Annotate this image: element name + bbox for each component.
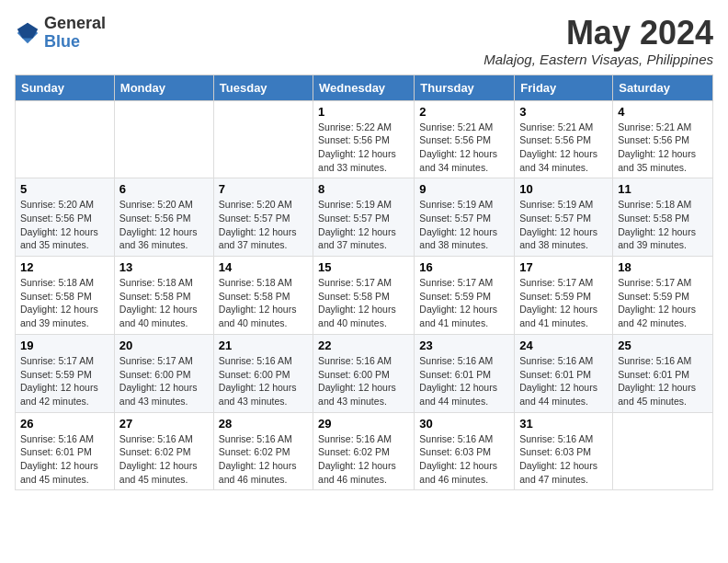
logo-blue: Blue <box>44 33 106 52</box>
day-info: Sunrise: 5:16 AM Sunset: 6:01 PM Dayligh… <box>618 354 708 408</box>
header-day-monday: Monday <box>114 75 213 100</box>
calendar-cell: 26Sunrise: 5:16 AM Sunset: 6:01 PM Dayli… <box>16 412 115 490</box>
day-number: 30 <box>419 417 509 431</box>
day-info: Sunrise: 5:17 AM Sunset: 5:58 PM Dayligh… <box>318 276 409 330</box>
day-number: 1 <box>318 105 409 119</box>
day-info: Sunrise: 5:18 AM Sunset: 5:58 PM Dayligh… <box>119 276 209 330</box>
page-header: General Blue May 2024 Malajog, Eastern V… <box>15 15 713 67</box>
day-number: 9 <box>419 182 509 196</box>
header-day-tuesday: Tuesday <box>213 75 313 100</box>
day-number: 25 <box>618 339 708 352</box>
calendar-cell: 28Sunrise: 5:16 AM Sunset: 6:02 PM Dayli… <box>213 412 313 490</box>
calendar-table: SundayMondayTuesdayWednesdayThursdayFrid… <box>15 75 713 491</box>
calendar-cell: 8Sunrise: 5:19 AM Sunset: 5:57 PM Daylig… <box>313 178 415 257</box>
day-info: Sunrise: 5:16 AM Sunset: 6:02 PM Dayligh… <box>119 432 209 487</box>
calendar-cell: 10Sunrise: 5:19 AM Sunset: 5:57 PM Dayli… <box>515 178 613 257</box>
day-number: 31 <box>519 417 608 431</box>
day-info: Sunrise: 5:19 AM Sunset: 5:57 PM Dayligh… <box>318 198 409 252</box>
day-info: Sunrise: 5:19 AM Sunset: 5:57 PM Dayligh… <box>419 198 509 252</box>
day-number: 29 <box>318 417 409 431</box>
day-info: Sunrise: 5:19 AM Sunset: 5:57 PM Dayligh… <box>519 198 608 252</box>
header-day-sunday: Sunday <box>16 75 115 100</box>
day-number: 27 <box>119 417 209 431</box>
calendar-cell: 7Sunrise: 5:20 AM Sunset: 5:57 PM Daylig… <box>213 178 313 257</box>
calendar-cell <box>16 100 115 178</box>
day-number: 13 <box>119 260 209 274</box>
day-info: Sunrise: 5:22 AM Sunset: 5:56 PM Dayligh… <box>318 121 409 175</box>
calendar-cell: 21Sunrise: 5:16 AM Sunset: 6:00 PM Dayli… <box>213 334 313 412</box>
day-number: 15 <box>318 260 409 274</box>
day-number: 24 <box>519 339 608 352</box>
day-info: Sunrise: 5:18 AM Sunset: 5:58 PM Dayligh… <box>20 276 109 330</box>
day-info: Sunrise: 5:18 AM Sunset: 5:58 PM Dayligh… <box>618 198 708 252</box>
day-info: Sunrise: 5:17 AM Sunset: 5:59 PM Dayligh… <box>519 276 608 330</box>
day-number: 19 <box>20 339 109 352</box>
calendar-cell: 3Sunrise: 5:21 AM Sunset: 5:56 PM Daylig… <box>515 100 613 178</box>
day-number: 11 <box>618 182 708 196</box>
day-info: Sunrise: 5:16 AM Sunset: 6:00 PM Dayligh… <box>219 354 308 408</box>
calendar-cell: 25Sunrise: 5:16 AM Sunset: 6:01 PM Dayli… <box>613 334 713 412</box>
calendar-cell: 24Sunrise: 5:16 AM Sunset: 6:01 PM Dayli… <box>515 334 613 412</box>
calendar-cell: 29Sunrise: 5:16 AM Sunset: 6:02 PM Dayli… <box>313 412 415 490</box>
calendar-cell: 19Sunrise: 5:17 AM Sunset: 5:59 PM Dayli… <box>16 334 115 412</box>
header-row: SundayMondayTuesdayWednesdayThursdayFrid… <box>16 75 713 100</box>
day-number: 10 <box>519 182 608 196</box>
week-row-4: 19Sunrise: 5:17 AM Sunset: 5:59 PM Dayli… <box>16 334 713 412</box>
day-number: 16 <box>419 260 509 274</box>
calendar-cell: 30Sunrise: 5:16 AM Sunset: 6:03 PM Dayli… <box>415 412 515 490</box>
week-row-1: 1Sunrise: 5:22 AM Sunset: 5:56 PM Daylig… <box>16 100 713 178</box>
day-info: Sunrise: 5:16 AM Sunset: 6:02 PM Dayligh… <box>219 432 308 487</box>
day-number: 6 <box>119 182 209 196</box>
calendar-cell: 31Sunrise: 5:16 AM Sunset: 6:03 PM Dayli… <box>515 412 613 490</box>
day-number: 2 <box>419 105 509 119</box>
calendar-cell <box>613 412 713 490</box>
header-day-friday: Friday <box>515 75 613 100</box>
logo-text: General Blue <box>44 15 106 52</box>
month-title: May 2024 <box>483 15 713 52</box>
day-number: 26 <box>20 417 109 431</box>
calendar-cell: 17Sunrise: 5:17 AM Sunset: 5:59 PM Dayli… <box>515 257 613 335</box>
calendar-cell: 16Sunrise: 5:17 AM Sunset: 5:59 PM Dayli… <box>415 257 515 335</box>
day-info: Sunrise: 5:16 AM Sunset: 6:01 PM Dayligh… <box>519 354 608 408</box>
calendar-cell: 20Sunrise: 5:17 AM Sunset: 6:00 PM Dayli… <box>114 334 213 412</box>
day-info: Sunrise: 5:16 AM Sunset: 6:03 PM Dayligh… <box>519 432 608 487</box>
day-info: Sunrise: 5:17 AM Sunset: 5:59 PM Dayligh… <box>20 354 109 408</box>
day-info: Sunrise: 5:18 AM Sunset: 5:58 PM Dayligh… <box>219 276 308 330</box>
day-info: Sunrise: 5:21 AM Sunset: 5:56 PM Dayligh… <box>618 121 708 175</box>
day-info: Sunrise: 5:20 AM Sunset: 5:56 PM Dayligh… <box>20 198 109 252</box>
day-number: 4 <box>618 105 708 119</box>
logo-general: General <box>44 15 106 33</box>
day-number: 22 <box>318 339 409 352</box>
calendar-cell: 14Sunrise: 5:18 AM Sunset: 5:58 PM Dayli… <box>213 257 313 335</box>
calendar-cell: 9Sunrise: 5:19 AM Sunset: 5:57 PM Daylig… <box>415 178 515 257</box>
calendar-cell: 12Sunrise: 5:18 AM Sunset: 5:58 PM Dayli… <box>16 257 115 335</box>
calendar-cell: 1Sunrise: 5:22 AM Sunset: 5:56 PM Daylig… <box>313 100 415 178</box>
logo-icon <box>15 20 40 46</box>
week-row-2: 5Sunrise: 5:20 AM Sunset: 5:56 PM Daylig… <box>16 178 713 257</box>
day-info: Sunrise: 5:17 AM Sunset: 6:00 PM Dayligh… <box>119 354 209 408</box>
day-info: Sunrise: 5:20 AM Sunset: 5:56 PM Dayligh… <box>119 198 209 252</box>
day-number: 14 <box>219 260 308 274</box>
day-number: 21 <box>219 339 308 352</box>
day-number: 23 <box>419 339 509 352</box>
calendar-header: SundayMondayTuesdayWednesdayThursdayFrid… <box>16 75 713 100</box>
day-number: 7 <box>219 182 308 196</box>
header-day-thursday: Thursday <box>415 75 515 100</box>
calendar-cell: 4Sunrise: 5:21 AM Sunset: 5:56 PM Daylig… <box>613 100 713 178</box>
day-info: Sunrise: 5:21 AM Sunset: 5:56 PM Dayligh… <box>519 121 608 175</box>
day-number: 18 <box>618 260 708 274</box>
day-info: Sunrise: 5:16 AM Sunset: 6:01 PM Dayligh… <box>20 432 109 487</box>
day-info: Sunrise: 5:16 AM Sunset: 6:01 PM Dayligh… <box>419 354 509 408</box>
title-block: May 2024 Malajog, Eastern Visayas, Phili… <box>483 15 713 67</box>
day-info: Sunrise: 5:20 AM Sunset: 5:57 PM Dayligh… <box>219 198 308 252</box>
calendar-cell <box>114 100 213 178</box>
day-info: Sunrise: 5:17 AM Sunset: 5:59 PM Dayligh… <box>419 276 509 330</box>
location: Malajog, Eastern Visayas, Philippines <box>483 52 713 67</box>
day-number: 20 <box>119 339 209 352</box>
header-day-saturday: Saturday <box>613 75 713 100</box>
calendar-cell: 15Sunrise: 5:17 AM Sunset: 5:58 PM Dayli… <box>313 257 415 335</box>
day-number: 5 <box>20 182 109 196</box>
day-info: Sunrise: 5:16 AM Sunset: 6:03 PM Dayligh… <box>419 432 509 487</box>
day-info: Sunrise: 5:21 AM Sunset: 5:56 PM Dayligh… <box>419 121 509 175</box>
day-number: 28 <box>219 417 308 431</box>
